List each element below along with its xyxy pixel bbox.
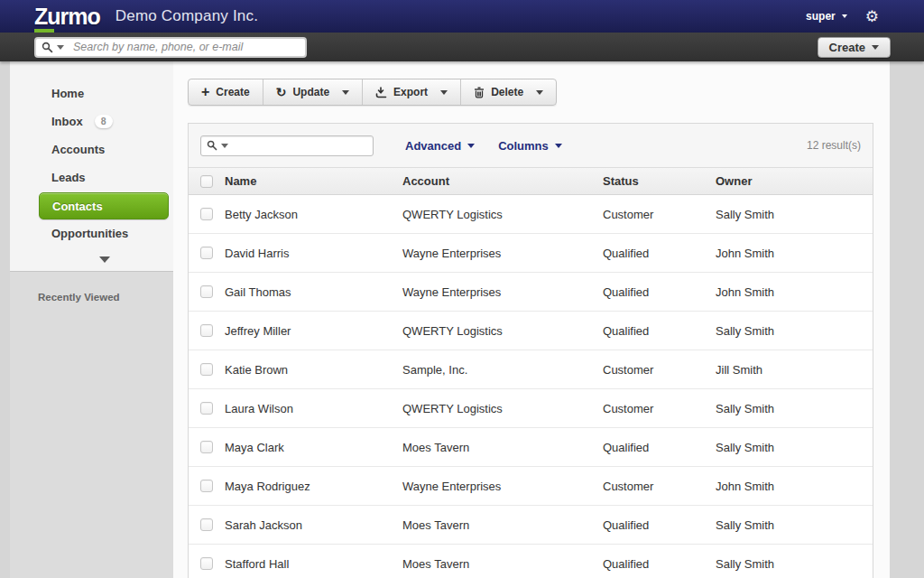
contact-status-cell: Customer [603, 208, 716, 221]
table-row[interactable]: Katie Brown Sample, Inc. Customer Jill S… [189, 350, 873, 389]
columns-menu-link[interactable]: Columns [498, 139, 562, 153]
contact-account-cell: Wayne Enterprises [402, 480, 603, 493]
delete-button-label: Delete [491, 86, 523, 98]
topbar-right: super ⚙ [806, 9, 879, 24]
sidebar-item-home[interactable]: Home [10, 79, 173, 107]
column-header-account[interactable]: Account [402, 174, 603, 188]
global-search-box[interactable] [34, 37, 307, 58]
sidebar-item-inbox[interactable]: Inbox 8 [10, 107, 173, 135]
create-dropdown-button[interactable]: Create [818, 37, 891, 58]
update-button[interactable]: ↻ Update [263, 79, 362, 105]
user-menu-dropdown[interactable]: super [806, 10, 847, 23]
contact-name-cell: Katie Brown [225, 363, 402, 377]
contact-account-cell: Wayne Enterprises [402, 247, 603, 260]
contact-status-cell: Qualified [603, 324, 716, 338]
sidebar-item-accounts[interactable]: Accounts [10, 135, 173, 163]
contact-owner-cell: Sally Smith [716, 557, 873, 571]
row-checkbox[interactable] [200, 518, 213, 531]
chevron-down-icon [467, 144, 475, 148]
company-name: Demo Company Inc. [116, 7, 258, 25]
trash-icon [474, 87, 485, 98]
chevron-down-icon [99, 256, 110, 263]
refresh-icon: ↻ [276, 86, 287, 98]
row-checkbox[interactable] [200, 324, 213, 337]
row-checkbox[interactable] [200, 247, 213, 259]
contact-name-cell: Laura Wilson [225, 402, 402, 415]
table-header-row: Name Account Status Owner [189, 167, 873, 195]
logo-text: Zurmo [34, 5, 100, 28]
column-header-status[interactable]: Status [603, 174, 716, 188]
update-button-label: Update [292, 86, 329, 98]
contact-account-cell: Sample, Inc. [402, 363, 603, 377]
contact-status-cell: Customer [603, 363, 716, 377]
row-checkbox[interactable] [200, 363, 213, 376]
export-button-label: Export [393, 86, 428, 98]
sidebar-item-label: Opportunities [51, 227, 128, 240]
contact-account-cell: Moes Tavern [402, 441, 603, 454]
page-container: Home Inbox 8 Accounts Leads Contacts Opp… [10, 61, 890, 578]
contact-name-cell: Jeffrey Miller [225, 324, 402, 338]
columns-link-label: Columns [498, 139, 549, 153]
row-checkbox[interactable] [200, 285, 213, 298]
table-row[interactable]: Gail Thomas Wayne Enterprises Qualified … [189, 273, 873, 312]
list-search-box[interactable] [200, 135, 374, 156]
top-navbar: Zurmo Demo Company Inc. super ⚙ [0, 0, 924, 33]
list-search-input[interactable] [234, 138, 377, 153]
contacts-list-panel: Advanced Columns 12 result(s) Name Accou… [188, 123, 873, 578]
contact-account-cell: QWERTY Logistics [402, 324, 603, 338]
advanced-search-link[interactable]: Advanced [405, 139, 475, 153]
contact-status-cell: Customer [603, 480, 716, 493]
row-checkbox[interactable] [200, 402, 213, 415]
table-row[interactable]: Maya Rodriguez Wayne Enterprises Custome… [189, 467, 873, 506]
create-button[interactable]: + Create [189, 79, 263, 105]
create-dropdown-label: Create [829, 41, 865, 54]
contact-name-cell: Gail Thomas [225, 285, 402, 299]
table-row[interactable]: Laura Wilson QWERTY Logistics Customer S… [189, 389, 873, 428]
sidebar-item-opportunities[interactable]: Opportunities [10, 219, 173, 247]
contact-account-cell: QWERTY Logistics [402, 208, 603, 221]
global-search-input[interactable] [71, 40, 300, 54]
mass-action-toolbar: + Create ↻ Update Export Delete [188, 79, 557, 106]
table-row[interactable]: David Harris Wayne Enterprises Qualified… [189, 234, 873, 273]
list-filter-bar: Advanced Columns 12 result(s) [189, 124, 873, 167]
table-row[interactable]: Sarah Jackson Moes Tavern Qualified Sall… [189, 506, 873, 545]
row-checkbox[interactable] [200, 557, 213, 570]
search-scope-chevron-icon[interactable] [221, 144, 228, 148]
contact-owner-cell: Sally Smith [716, 402, 873, 415]
contact-status-cell: Qualified [603, 441, 716, 454]
table-row[interactable]: Stafford Hall Moes Tavern Qualified Sall… [189, 545, 873, 578]
contact-owner-cell: John Smith [716, 247, 873, 260]
zurmo-logo[interactable]: Zurmo [34, 5, 100, 28]
delete-button[interactable]: Delete [460, 79, 556, 105]
search-scope-chevron-icon[interactable] [57, 45, 64, 50]
contact-owner-cell: Sally Smith [716, 324, 873, 338]
contact-name-cell: Maya Clark [225, 441, 402, 454]
contact-owner-cell: Sally Smith [716, 208, 873, 221]
column-header-name[interactable]: Name [225, 174, 402, 188]
contact-name-cell: Sarah Jackson [225, 518, 402, 532]
recently-viewed-heading: Recently Viewed [10, 272, 173, 303]
sidebar-item-leads[interactable]: Leads [10, 163, 173, 191]
create-button-label: Create [216, 86, 249, 98]
user-menu-label: super [806, 10, 836, 23]
table-row[interactable]: Maya Clark Moes Tavern Qualified Sally S… [189, 428, 873, 467]
sidebar-collapse-toggle[interactable] [39, 247, 170, 271]
contact-name-cell: Stafford Hall [225, 557, 402, 571]
download-icon [375, 87, 387, 98]
row-checkbox[interactable] [200, 208, 213, 220]
sidebar-item-label: Leads [51, 171, 86, 184]
advanced-link-label: Advanced [405, 139, 461, 153]
sidebar-item-contacts[interactable]: Contacts [39, 192, 169, 219]
contact-status-cell: Qualified [603, 518, 716, 532]
export-button[interactable]: Export [362, 79, 460, 105]
gear-icon[interactable]: ⚙ [865, 9, 879, 24]
table-row[interactable]: Jeffrey Miller QWERTY Logistics Qualifie… [189, 312, 873, 350]
select-all-checkbox[interactable] [200, 175, 213, 188]
row-checkbox[interactable] [200, 441, 213, 453]
row-checkbox[interactable] [200, 480, 213, 492]
contact-status-cell: Qualified [603, 557, 716, 571]
table-row[interactable]: Betty Jackson QWERTY Logistics Customer … [189, 195, 873, 234]
contact-status-cell: Qualified [603, 285, 716, 299]
column-header-owner[interactable]: Owner [716, 174, 873, 188]
contact-name-cell: Betty Jackson [225, 208, 402, 221]
